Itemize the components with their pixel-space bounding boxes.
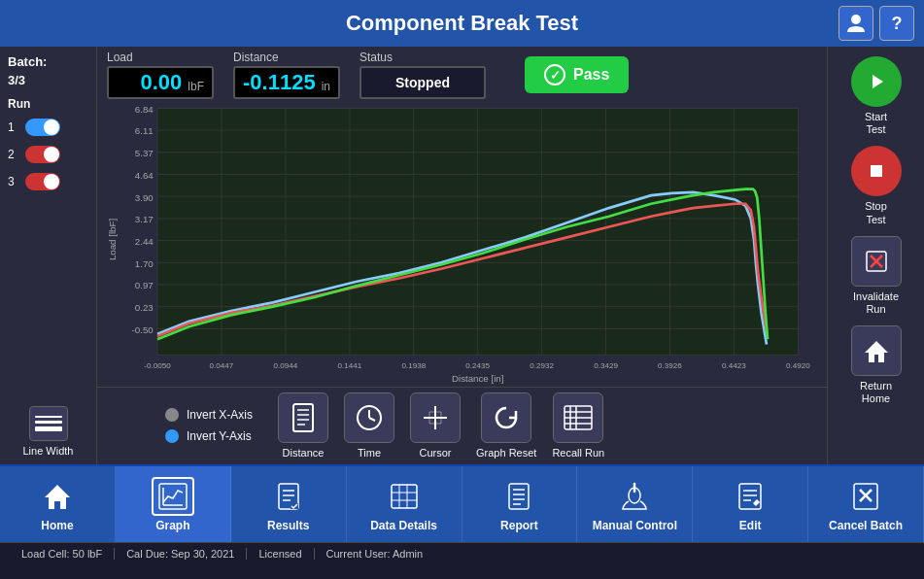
svg-text:0.97: 0.97 <box>135 280 154 290</box>
nav-edit[interactable]: Edit <box>693 466 808 542</box>
return-home-button[interactable]: ReturnHome <box>851 325 902 405</box>
invalidate-run-label: InvalidateRun <box>853 290 899 316</box>
bottom-nav: Home Graph Results <box>0 464 924 542</box>
stop-test-button[interactable]: StopTest <box>851 146 902 225</box>
run-row-2: 2 <box>8 146 88 163</box>
line-width-button[interactable]: Line Width <box>8 406 88 457</box>
help-icon-btn[interactable]: ? <box>879 6 914 41</box>
lw-line-thick <box>35 426 62 431</box>
cursor-icon <box>410 392 461 443</box>
status-load-cell: Load Cell: 50 lbF <box>10 548 115 560</box>
page-title: Component Break Test <box>346 11 578 36</box>
chart-svg: 6.84 6.11 5.37 4.64 3.90 3.17 2.44 1.70 … <box>105 103 819 387</box>
svg-text:-0.0050: -0.0050 <box>144 361 171 370</box>
svg-text:0.2932: 0.2932 <box>530 361 554 370</box>
nav-report-label: Report <box>500 519 538 532</box>
svg-marker-74 <box>865 341 888 362</box>
svg-rect-70 <box>871 165 882 177</box>
nav-graph[interactable]: Graph <box>116 466 231 542</box>
load-display: 0.00 lbF <box>107 66 214 99</box>
time-icon <box>344 392 394 443</box>
nav-results-label: Results <box>267 519 309 532</box>
svg-text:1.70: 1.70 <box>135 258 154 269</box>
status-bar: Load Cell: 50 lbF Cal Due: Sep 30, 2021 … <box>0 542 924 563</box>
home-icon <box>36 477 79 516</box>
run-toggle-1[interactable] <box>25 119 60 136</box>
header: Component Break Test ? <box>0 0 924 47</box>
start-test-icon <box>851 56 902 107</box>
run-toggle-2[interactable] <box>25 146 60 163</box>
svg-text:6.11: 6.11 <box>135 125 154 136</box>
start-test-label: StartTest <box>865 111 887 136</box>
start-test-button[interactable]: StartTest <box>851 56 902 136</box>
distance-button[interactable]: Distance <box>278 392 328 459</box>
svg-text:3.17: 3.17 <box>135 214 154 224</box>
run-number-1: 1 <box>8 120 19 134</box>
nav-data-details-label: Data Details <box>370 519 437 532</box>
run-row-1: 1 <box>8 119 88 136</box>
status-value: Stopped <box>395 75 450 90</box>
run-number-2: 2 <box>8 148 19 161</box>
toggle-knob-1 <box>44 119 59 135</box>
chart-container: 6.84 6.11 5.37 4.64 3.90 3.17 2.44 1.70 … <box>97 103 827 387</box>
line-width-icon <box>29 406 68 441</box>
nav-manual-control[interactable]: Manual Control <box>577 466 693 542</box>
distance-display: -0.1125 in <box>233 66 340 99</box>
svg-text:0.3926: 0.3926 <box>658 361 682 370</box>
pass-button[interactable]: ✓ Pass <box>525 56 629 93</box>
svg-text:2.44: 2.44 <box>135 236 154 247</box>
nav-home[interactable]: Home <box>0 466 116 542</box>
nav-data-details[interactable]: Data Details <box>347 466 462 542</box>
nav-edit-label: Edit <box>739 519 762 532</box>
load-gauge: Load 0.00 lbF <box>107 51 214 99</box>
gauges-row: Load 0.00 lbF Distance -0.1125 in Status… <box>97 47 827 103</box>
svg-text:0.4423: 0.4423 <box>722 361 746 370</box>
status-current-user: Current User: Admin <box>315 548 435 560</box>
cancel-batch-icon <box>844 477 887 516</box>
batch-info: Batch: 3/3 <box>8 54 88 91</box>
time-button[interactable]: Time <box>344 392 394 459</box>
svg-text:0.0447: 0.0447 <box>210 361 234 370</box>
svg-line-56 <box>369 418 375 421</box>
invert-y-label: Invert Y-Axis <box>187 429 252 443</box>
svg-text:5.37: 5.37 <box>135 148 154 158</box>
status-cal-due: Cal Due: Sep 30, 2021 <box>115 548 247 560</box>
header-icons: ? <box>838 6 914 41</box>
recall-run-icon <box>553 392 603 443</box>
invalidate-run-button[interactable]: InvalidateRun <box>851 236 902 316</box>
center-panel: Load 0.00 lbF Distance -0.1125 in Status… <box>97 47 827 464</box>
results-icon <box>267 477 310 516</box>
svg-text:0.2435: 0.2435 <box>465 361 490 370</box>
svg-text:3.90: 3.90 <box>135 192 154 203</box>
svg-point-0 <box>851 15 861 24</box>
run-toggle-3[interactable] <box>25 173 60 190</box>
nav-results[interactable]: Results <box>231 466 347 542</box>
return-home-icon <box>851 325 902 376</box>
recall-run-button[interactable]: Recall Run <box>552 392 604 459</box>
load-unit: lbF <box>188 80 204 93</box>
svg-text:0.0944: 0.0944 <box>274 361 298 370</box>
invert-y-dot <box>165 429 179 443</box>
run-section-title: Run <box>8 97 88 111</box>
cursor-button[interactable]: Cursor <box>410 392 461 459</box>
invert-x-row: Invert X-Axis <box>165 408 253 422</box>
time-label: Time <box>358 447 381 459</box>
user-icon-btn[interactable] <box>838 6 873 41</box>
invert-x-dot <box>165 408 179 422</box>
stop-test-icon <box>851 146 902 196</box>
nav-report[interactable]: Report <box>462 466 578 542</box>
load-value: 0.00 <box>117 70 182 95</box>
nav-cancel-batch-label: Cancel Batch <box>829 519 903 532</box>
svg-rect-89 <box>509 484 529 509</box>
report-icon <box>497 477 540 516</box>
pass-checkmark-icon: ✓ <box>544 64 565 85</box>
graph-reset-button[interactable]: Graph Reset <box>476 392 536 459</box>
controls-row: Invert X-Axis Invert Y-Axis <box>97 387 827 464</box>
nav-cancel-batch[interactable]: Cancel Batch <box>808 466 924 542</box>
svg-text:4.64: 4.64 <box>135 170 154 181</box>
distance-unit: in <box>322 80 330 93</box>
svg-rect-49 <box>293 404 313 431</box>
load-label: Load <box>107 51 214 64</box>
stop-test-label: StopTest <box>865 200 887 225</box>
graph-reset-label: Graph Reset <box>476 447 536 459</box>
